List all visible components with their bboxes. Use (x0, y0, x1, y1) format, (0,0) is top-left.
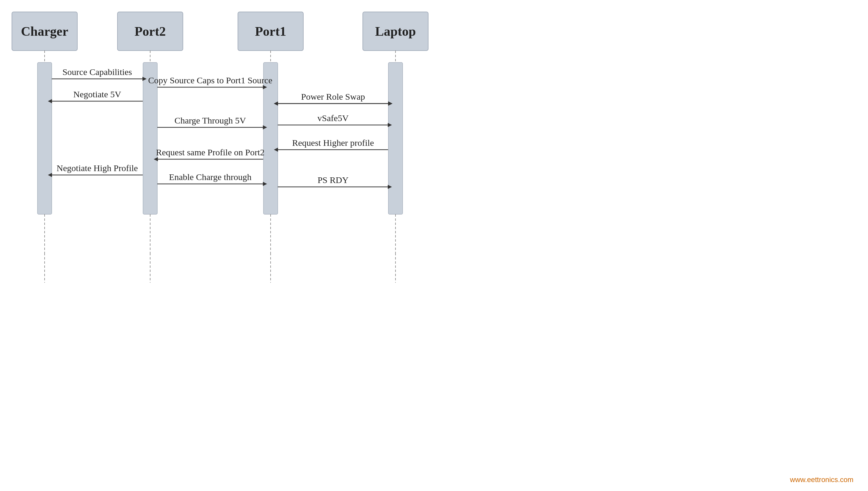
diagram-container: Charger Port2 Port1 Laptop (0, 0, 868, 491)
svg-marker-21 (143, 77, 147, 81)
svg-marker-23 (263, 85, 267, 89)
svg-marker-30 (389, 102, 393, 106)
msg-request-higher: Request Higher profile (292, 138, 374, 148)
svg-rect-0 (12, 12, 77, 51)
charger-label: Charger (21, 24, 68, 39)
msg-enable-charge: Enable Charge through (169, 172, 252, 182)
svg-rect-8 (37, 62, 52, 214)
svg-marker-27 (274, 102, 278, 106)
svg-marker-45 (388, 185, 392, 189)
svg-rect-2 (238, 12, 303, 51)
svg-marker-25 (48, 99, 52, 103)
svg-marker-43 (263, 182, 267, 186)
sequence-diagram-svg: Charger Port2 Port1 Laptop (0, 0, 868, 491)
msg-power-role-swap: Power Role Swap (301, 92, 365, 102)
port2-label: Port2 (134, 24, 166, 39)
svg-marker-37 (274, 148, 278, 152)
svg-rect-3 (363, 12, 428, 51)
svg-marker-31 (274, 102, 278, 106)
svg-marker-28 (388, 102, 392, 106)
svg-marker-35 (388, 123, 392, 127)
msg-request-same: Request same Profile on Port2 (156, 147, 265, 157)
msg-copy-source-caps: Copy Source Caps to Port1 Source (148, 75, 272, 85)
svg-marker-41 (48, 173, 52, 177)
msg-ps-rdy: PS RDY (318, 175, 348, 185)
svg-rect-1 (118, 12, 183, 51)
svg-rect-10 (264, 62, 278, 214)
laptop-label: Laptop (375, 24, 416, 39)
svg-rect-9 (143, 62, 157, 214)
msg-charge-through-5v: Charge Through 5V (175, 115, 246, 125)
msg-vsafe5v: vSafe5V (318, 113, 349, 123)
svg-marker-39 (154, 157, 158, 161)
watermark: www.eettronics.com (790, 475, 854, 484)
msg-negotiate-high: Negotiate High Profile (57, 163, 138, 173)
msg-source-caps: Source Capabilities (62, 67, 132, 77)
port1-label: Port1 (255, 24, 286, 39)
svg-rect-11 (389, 62, 403, 214)
msg-negotiate-5v: Negotiate 5V (73, 89, 121, 99)
svg-marker-33 (263, 125, 267, 129)
